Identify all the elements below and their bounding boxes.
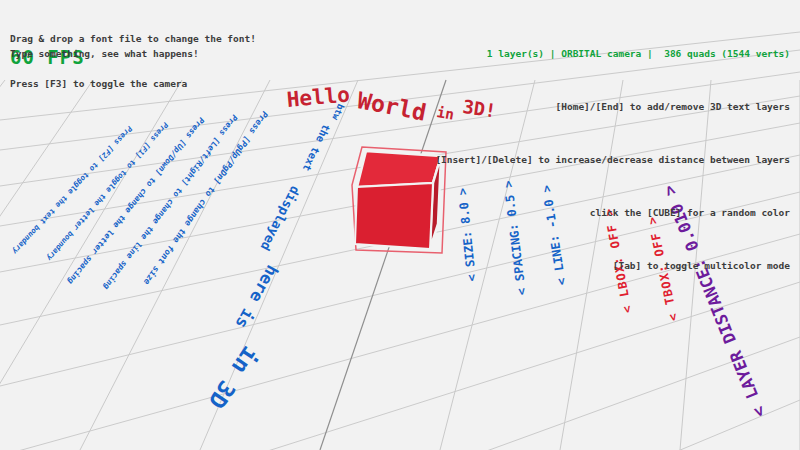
hud-help-line: click the [CUBE] for a random color	[435, 205, 790, 220]
hud-help-line: Type something, see what happens!	[10, 48, 199, 59]
cube-face-front	[355, 183, 433, 249]
hud-help-line: [Tab] to toggle multicolor mode	[435, 258, 790, 273]
cube[interactable]	[352, 147, 446, 253]
hud-help-line: [Home]/[End] to add/remove 3D text layer…	[435, 99, 790, 114]
hud-help-line: [Insert]/[Delete] to increase/decrease d…	[435, 152, 790, 167]
hud-left: 60 FPS Drag & drop a font file to change…	[10, 8, 85, 163]
grid-axis-line	[320, 80, 446, 450]
hud-help-line: Drag & drop a font file to change the fo…	[10, 33, 256, 44]
hud-help-line: Press [F3] to toggle the camera	[10, 78, 187, 89]
hud-right: 1 layer(s) | ORBITAL camera | 386 quads …	[435, 8, 790, 311]
status-bar: 1 layer(s) | ORBITAL camera | 386 quads …	[435, 46, 790, 61]
cube-face-top	[357, 151, 441, 187]
viewport-3d[interactable]: Hello World in 3D! btw the text displaye…	[0, 0, 800, 450]
